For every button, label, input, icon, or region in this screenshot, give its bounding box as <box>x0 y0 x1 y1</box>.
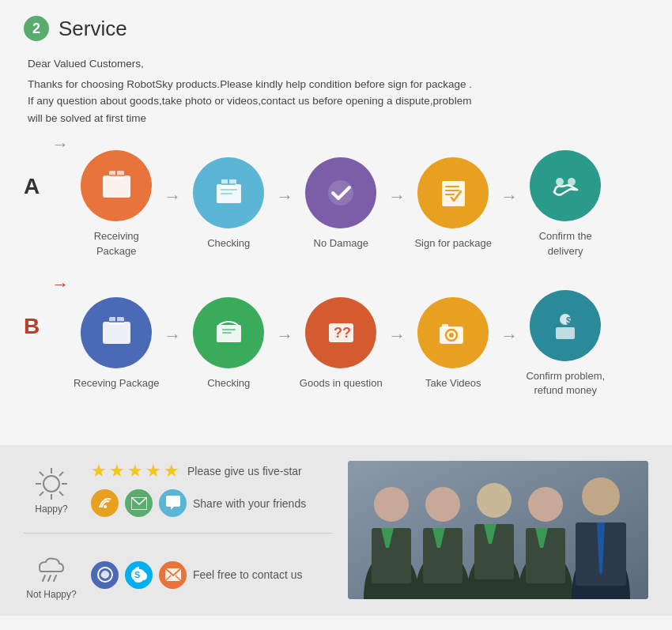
flow-item-checking-a: Checking <box>185 157 272 251</box>
five-star-text: Please give us five-star <box>187 465 302 477</box>
svg-line-41 <box>40 492 43 496</box>
circle-goods-question: ?? <box>305 297 376 368</box>
svg-point-33 <box>43 476 59 492</box>
svg-line-45 <box>48 575 51 581</box>
share-icons <box>91 489 187 517</box>
star-1: ★ <box>91 461 107 481</box>
label-goods-question: Goods in question <box>300 376 383 390</box>
circle-checking-a <box>193 157 264 228</box>
arrow-b4: → <box>500 326 518 346</box>
svg-rect-23 <box>222 332 232 334</box>
flow-a-section: A → Receiving Package → <box>24 150 648 258</box>
svg-rect-22 <box>222 329 236 330</box>
happy-row: Happy? ★ ★ ★ ★ ★ Please give us five-sta… <box>24 461 332 517</box>
star-rating: ★ ★ ★ ★ ★ <box>91 461 179 481</box>
label-checking-b: Checking <box>207 376 250 390</box>
svg-point-61 <box>582 477 620 515</box>
svg-line-38 <box>40 472 43 476</box>
flow-item-no-damage: No Damage <box>297 157 384 251</box>
flow-item-confirm-delivery: Confirm the delivery <box>522 150 609 258</box>
arrow-3: → <box>388 187 406 207</box>
skype-icon: S <box>125 561 153 589</box>
circle-sign <box>417 157 489 228</box>
flow-item-receiving: Receiving Package <box>73 150 160 258</box>
svg-rect-17 <box>103 322 130 344</box>
svg-point-42 <box>104 505 107 508</box>
circle-checking-b <box>193 297 264 368</box>
service-section: 2 Service Dear Valued Customers, Thanks … <box>0 0 672 445</box>
svg-point-16 <box>568 178 576 186</box>
flow-a-items: Receiving Package → <box>73 150 648 258</box>
svg-rect-29 <box>442 324 448 328</box>
contact-text: Feel free to contact us <box>193 568 303 581</box>
email-icon <box>159 561 187 589</box>
flow-a-label: A <box>24 174 40 199</box>
svg-rect-12 <box>445 186 459 187</box>
intro-text: Dear Valued Customers, Thanks for choosi… <box>24 55 648 126</box>
arrow-a-start: → <box>51 134 69 155</box>
svg-point-55 <box>425 487 460 522</box>
star-5: ★ <box>164 461 179 481</box>
star-2: ★ <box>109 461 125 481</box>
flow-b-label: B <box>24 314 40 339</box>
label-confirm-problem: Confirm problem,refund money <box>526 369 605 398</box>
contact-icons: S <box>91 561 187 589</box>
share-row: Share with your friends <box>91 489 306 517</box>
svg-point-28 <box>449 333 454 338</box>
svg-text:??: ?? <box>334 325 351 341</box>
cloud-rain-icon <box>32 549 71 589</box>
sun-icon <box>32 464 71 504</box>
svg-point-59 <box>528 487 563 522</box>
arrow-4: → <box>500 187 518 207</box>
main-container: 2 Service Dear Valued Customers, Thanks … <box>0 0 672 616</box>
svg-rect-9 <box>221 193 232 194</box>
arrow-b2: → <box>276 326 293 346</box>
svg-line-39 <box>59 492 63 496</box>
flow-item-checking-b: Checking <box>185 297 272 390</box>
circle-confirm-problem: $ <box>530 290 601 361</box>
circle-take-videos <box>417 297 489 368</box>
greeting-text: Dear Valued Customers, <box>28 55 648 73</box>
signal-icon <box>91 489 119 517</box>
svg-rect-31 <box>556 327 575 339</box>
svg-rect-14 <box>445 194 455 195</box>
arrow-1: → <box>164 187 181 207</box>
label-sign: Sign for package <box>414 236 492 251</box>
star-4: ★ <box>145 461 161 481</box>
section-title: Service <box>59 17 127 41</box>
flow-item-receving: Receving Package <box>73 297 160 390</box>
left-panel: Happy? ★ ★ ★ ★ ★ Please give us five-sta… <box>24 461 332 600</box>
label-no-damage: No Damage <box>314 236 368 251</box>
chat-icon <box>159 489 187 517</box>
label-checking-a: Checking <box>207 236 250 251</box>
circle-receving <box>81 297 152 368</box>
svg-point-57 <box>477 483 512 518</box>
label-take-videos: Take Videos <box>425 376 481 390</box>
svg-rect-13 <box>445 190 459 191</box>
svg-rect-8 <box>221 189 237 191</box>
label-confirm-delivery: Confirm the delivery <box>522 229 609 258</box>
label-receiving: Receiving Package <box>73 229 160 258</box>
flow-item-take-videos: Take Videos <box>410 297 496 390</box>
body-text: Thanks for choosing RobotSky products.Pl… <box>28 78 472 124</box>
flow-b-section: B → Receving Package → <box>24 290 648 398</box>
staff-photo <box>348 461 648 599</box>
not-happy-row: Not Happy? <box>24 549 332 600</box>
svg-line-46 <box>54 575 56 581</box>
arrow-b1: → <box>164 326 181 346</box>
mail-icon <box>125 489 153 517</box>
arrow-2: → <box>276 187 293 207</box>
svg-point-53 <box>374 487 409 522</box>
star-3: ★ <box>127 461 143 481</box>
section-number: 2 <box>24 16 49 41</box>
svg-text:S: S <box>134 570 140 579</box>
messenger-icon <box>91 561 119 589</box>
section-header: 2 Service <box>24 16 648 41</box>
circle-confirm-delivery <box>530 150 601 221</box>
flow-item-goods-question: ?? Goods in question <box>297 297 384 390</box>
five-star-row: ★ ★ ★ ★ ★ Please give us five-star <box>91 461 306 481</box>
flow-b-items: Receving Package → Checking <box>73 290 648 398</box>
svg-line-40 <box>59 472 63 476</box>
circle-receiving <box>81 150 152 221</box>
circle-no-damage <box>305 157 376 228</box>
